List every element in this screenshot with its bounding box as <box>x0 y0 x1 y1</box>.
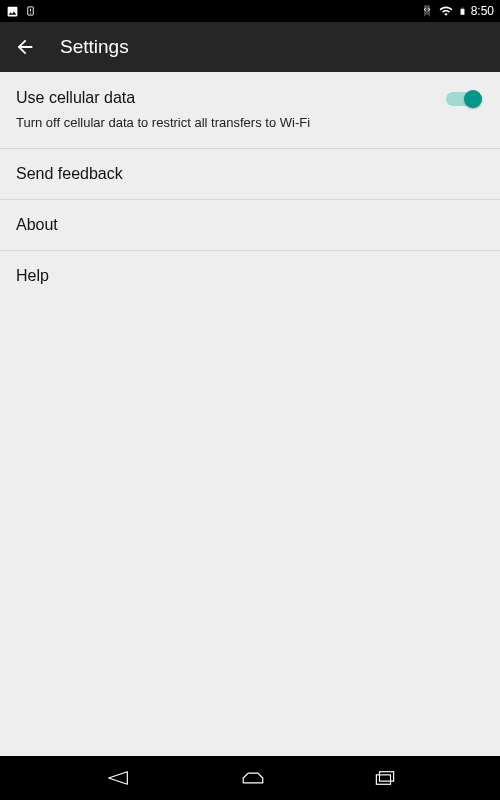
wifi-icon <box>438 4 454 18</box>
vibrate-icon <box>420 4 434 18</box>
svg-rect-5 <box>380 772 394 781</box>
status-time: 8:50 <box>471 4 494 18</box>
setting-help[interactable]: Help <box>0 251 500 301</box>
toggle-thumb <box>464 90 482 108</box>
app-bar: Settings <box>0 22 500 72</box>
page-title: Settings <box>60 36 129 58</box>
navigation-bar <box>0 756 500 800</box>
setting-subtitle: Turn off cellular data to restrict all t… <box>16 115 446 132</box>
setting-label: About <box>16 216 58 233</box>
sim-alert-icon <box>25 4 36 18</box>
setting-about[interactable]: About <box>0 200 500 251</box>
status-bar: 8:50 <box>0 0 500 22</box>
nav-home-button[interactable] <box>240 768 266 788</box>
settings-list: Use cellular data Turn off cellular data… <box>0 72 500 301</box>
setting-send-feedback[interactable]: Send feedback <box>0 149 500 200</box>
setting-text: Use cellular data Turn off cellular data… <box>16 88 446 132</box>
cellular-toggle[interactable] <box>446 92 480 106</box>
nav-recents-button[interactable] <box>374 768 396 788</box>
svg-rect-3 <box>460 9 464 15</box>
setting-label: Help <box>16 267 49 284</box>
setting-title: Use cellular data <box>16 88 446 109</box>
back-icon[interactable] <box>14 36 36 58</box>
setting-label: Send feedback <box>16 165 123 182</box>
image-icon <box>6 5 19 18</box>
nav-back-button[interactable] <box>104 768 132 788</box>
status-right: 8:50 <box>420 4 494 18</box>
setting-cellular-data[interactable]: Use cellular data Turn off cellular data… <box>0 72 500 149</box>
svg-rect-4 <box>376 775 390 784</box>
status-left <box>6 4 36 18</box>
battery-icon <box>458 4 467 18</box>
